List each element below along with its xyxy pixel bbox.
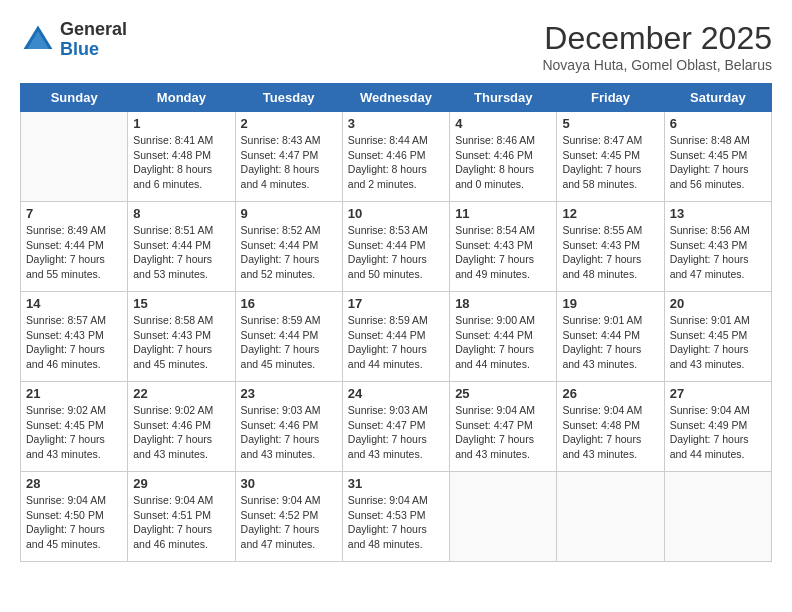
title-block: December 2025 Novaya Huta, Gomel Oblast,… (542, 20, 772, 73)
week-row-2: 7Sunrise: 8:49 AM Sunset: 4:44 PM Daylig… (21, 202, 772, 292)
day-info: Sunrise: 8:49 AM Sunset: 4:44 PM Dayligh… (26, 223, 122, 282)
calendar-cell (557, 472, 664, 562)
calendar-cell: 30Sunrise: 9:04 AM Sunset: 4:52 PM Dayli… (235, 472, 342, 562)
calendar-cell: 24Sunrise: 9:03 AM Sunset: 4:47 PM Dayli… (342, 382, 449, 472)
weekday-header-sunday: Sunday (21, 84, 128, 112)
day-number: 17 (348, 296, 444, 311)
day-info: Sunrise: 9:04 AM Sunset: 4:48 PM Dayligh… (562, 403, 658, 462)
week-row-4: 21Sunrise: 9:02 AM Sunset: 4:45 PM Dayli… (21, 382, 772, 472)
day-info: Sunrise: 8:41 AM Sunset: 4:48 PM Dayligh… (133, 133, 229, 192)
calendar-cell: 29Sunrise: 9:04 AM Sunset: 4:51 PM Dayli… (128, 472, 235, 562)
calendar-cell: 7Sunrise: 8:49 AM Sunset: 4:44 PM Daylig… (21, 202, 128, 292)
calendar-cell: 4Sunrise: 8:46 AM Sunset: 4:46 PM Daylig… (450, 112, 557, 202)
day-info: Sunrise: 9:03 AM Sunset: 4:46 PM Dayligh… (241, 403, 337, 462)
day-number: 9 (241, 206, 337, 221)
weekday-header-wednesday: Wednesday (342, 84, 449, 112)
calendar-cell: 31Sunrise: 9:04 AM Sunset: 4:53 PM Dayli… (342, 472, 449, 562)
calendar-cell: 10Sunrise: 8:53 AM Sunset: 4:44 PM Dayli… (342, 202, 449, 292)
logo-icon (20, 22, 56, 58)
calendar-table: SundayMondayTuesdayWednesdayThursdayFrid… (20, 83, 772, 562)
day-number: 29 (133, 476, 229, 491)
logo: General Blue (20, 20, 127, 60)
weekday-header-monday: Monday (128, 84, 235, 112)
day-info: Sunrise: 9:04 AM Sunset: 4:49 PM Dayligh… (670, 403, 766, 462)
month-title: December 2025 (542, 20, 772, 57)
day-info: Sunrise: 8:52 AM Sunset: 4:44 PM Dayligh… (241, 223, 337, 282)
day-info: Sunrise: 8:46 AM Sunset: 4:46 PM Dayligh… (455, 133, 551, 192)
day-info: Sunrise: 9:04 AM Sunset: 4:52 PM Dayligh… (241, 493, 337, 552)
day-number: 20 (670, 296, 766, 311)
calendar-cell: 11Sunrise: 8:54 AM Sunset: 4:43 PM Dayli… (450, 202, 557, 292)
day-info: Sunrise: 9:00 AM Sunset: 4:44 PM Dayligh… (455, 313, 551, 372)
day-info: Sunrise: 8:44 AM Sunset: 4:46 PM Dayligh… (348, 133, 444, 192)
day-info: Sunrise: 9:04 AM Sunset: 4:53 PM Dayligh… (348, 493, 444, 552)
day-info: Sunrise: 9:02 AM Sunset: 4:45 PM Dayligh… (26, 403, 122, 462)
weekday-header-row: SundayMondayTuesdayWednesdayThursdayFrid… (21, 84, 772, 112)
day-number: 22 (133, 386, 229, 401)
calendar-cell: 14Sunrise: 8:57 AM Sunset: 4:43 PM Dayli… (21, 292, 128, 382)
calendar-cell: 25Sunrise: 9:04 AM Sunset: 4:47 PM Dayli… (450, 382, 557, 472)
day-number: 7 (26, 206, 122, 221)
calendar-cell (21, 112, 128, 202)
calendar-cell: 21Sunrise: 9:02 AM Sunset: 4:45 PM Dayli… (21, 382, 128, 472)
day-number: 5 (562, 116, 658, 131)
day-number: 21 (26, 386, 122, 401)
day-number: 26 (562, 386, 658, 401)
calendar-cell: 28Sunrise: 9:04 AM Sunset: 4:50 PM Dayli… (21, 472, 128, 562)
calendar-cell: 6Sunrise: 8:48 AM Sunset: 4:45 PM Daylig… (664, 112, 771, 202)
day-info: Sunrise: 8:47 AM Sunset: 4:45 PM Dayligh… (562, 133, 658, 192)
day-info: Sunrise: 8:59 AM Sunset: 4:44 PM Dayligh… (348, 313, 444, 372)
day-info: Sunrise: 8:48 AM Sunset: 4:45 PM Dayligh… (670, 133, 766, 192)
calendar-cell: 13Sunrise: 8:56 AM Sunset: 4:43 PM Dayli… (664, 202, 771, 292)
day-info: Sunrise: 8:55 AM Sunset: 4:43 PM Dayligh… (562, 223, 658, 282)
week-row-5: 28Sunrise: 9:04 AM Sunset: 4:50 PM Dayli… (21, 472, 772, 562)
day-number: 19 (562, 296, 658, 311)
day-info: Sunrise: 9:04 AM Sunset: 4:47 PM Dayligh… (455, 403, 551, 462)
calendar-cell: 18Sunrise: 9:00 AM Sunset: 4:44 PM Dayli… (450, 292, 557, 382)
day-number: 4 (455, 116, 551, 131)
day-number: 30 (241, 476, 337, 491)
location-subtitle: Novaya Huta, Gomel Oblast, Belarus (542, 57, 772, 73)
day-number: 8 (133, 206, 229, 221)
day-number: 6 (670, 116, 766, 131)
day-number: 2 (241, 116, 337, 131)
day-info: Sunrise: 9:01 AM Sunset: 4:45 PM Dayligh… (670, 313, 766, 372)
day-number: 23 (241, 386, 337, 401)
calendar-cell: 1Sunrise: 8:41 AM Sunset: 4:48 PM Daylig… (128, 112, 235, 202)
day-info: Sunrise: 9:04 AM Sunset: 4:50 PM Dayligh… (26, 493, 122, 552)
calendar-cell: 8Sunrise: 8:51 AM Sunset: 4:44 PM Daylig… (128, 202, 235, 292)
weekday-header-friday: Friday (557, 84, 664, 112)
day-number: 3 (348, 116, 444, 131)
day-number: 16 (241, 296, 337, 311)
day-number: 12 (562, 206, 658, 221)
day-number: 25 (455, 386, 551, 401)
logo-text: General Blue (60, 20, 127, 60)
calendar-cell: 17Sunrise: 8:59 AM Sunset: 4:44 PM Dayli… (342, 292, 449, 382)
day-info: Sunrise: 8:54 AM Sunset: 4:43 PM Dayligh… (455, 223, 551, 282)
calendar-cell: 2Sunrise: 8:43 AM Sunset: 4:47 PM Daylig… (235, 112, 342, 202)
calendar-cell: 22Sunrise: 9:02 AM Sunset: 4:46 PM Dayli… (128, 382, 235, 472)
weekday-header-tuesday: Tuesday (235, 84, 342, 112)
day-number: 1 (133, 116, 229, 131)
day-info: Sunrise: 8:51 AM Sunset: 4:44 PM Dayligh… (133, 223, 229, 282)
day-info: Sunrise: 8:43 AM Sunset: 4:47 PM Dayligh… (241, 133, 337, 192)
day-number: 24 (348, 386, 444, 401)
calendar-cell: 16Sunrise: 8:59 AM Sunset: 4:44 PM Dayli… (235, 292, 342, 382)
calendar-cell (450, 472, 557, 562)
week-row-3: 14Sunrise: 8:57 AM Sunset: 4:43 PM Dayli… (21, 292, 772, 382)
calendar-cell (664, 472, 771, 562)
calendar-cell: 27Sunrise: 9:04 AM Sunset: 4:49 PM Dayli… (664, 382, 771, 472)
calendar-cell: 23Sunrise: 9:03 AM Sunset: 4:46 PM Dayli… (235, 382, 342, 472)
calendar-cell: 19Sunrise: 9:01 AM Sunset: 4:44 PM Dayli… (557, 292, 664, 382)
day-number: 15 (133, 296, 229, 311)
day-number: 10 (348, 206, 444, 221)
weekday-header-saturday: Saturday (664, 84, 771, 112)
calendar-cell: 26Sunrise: 9:04 AM Sunset: 4:48 PM Dayli… (557, 382, 664, 472)
page-header: General Blue December 2025 Novaya Huta, … (20, 20, 772, 73)
calendar-cell: 15Sunrise: 8:58 AM Sunset: 4:43 PM Dayli… (128, 292, 235, 382)
day-info: Sunrise: 8:58 AM Sunset: 4:43 PM Dayligh… (133, 313, 229, 372)
day-info: Sunrise: 9:01 AM Sunset: 4:44 PM Dayligh… (562, 313, 658, 372)
day-info: Sunrise: 8:59 AM Sunset: 4:44 PM Dayligh… (241, 313, 337, 372)
day-info: Sunrise: 9:04 AM Sunset: 4:51 PM Dayligh… (133, 493, 229, 552)
day-number: 11 (455, 206, 551, 221)
